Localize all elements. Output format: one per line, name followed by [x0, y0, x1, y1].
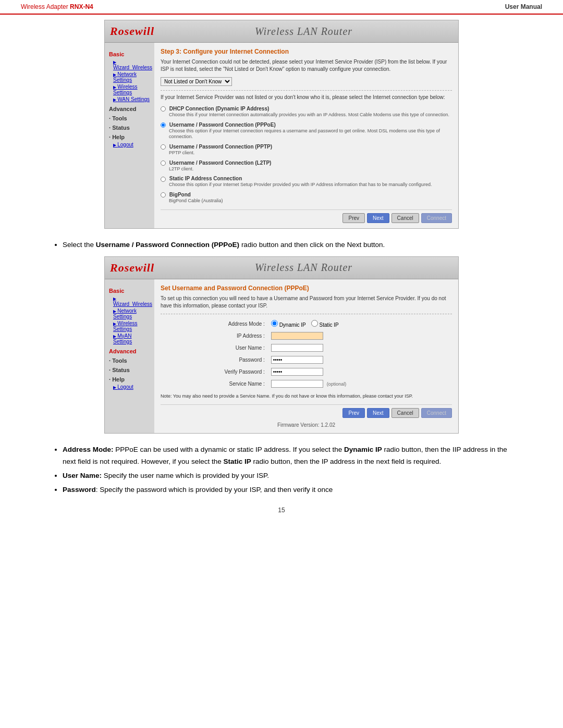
bullet-item-password: Password: Specify the password which is … [63, 484, 521, 496]
bullet-section-1: Select the Username / Password Connectio… [52, 239, 521, 251]
sidebar2-tools-label: · Tools [109, 357, 150, 364]
radio-static[interactable] [161, 177, 166, 182]
router-body-2: Basic Wizard_Wireless Network Settings W… [105, 279, 458, 434]
bigpond-desc: BigPond Cable (Australia) [161, 198, 452, 204]
next-button-2[interactable]: Next [367, 408, 389, 418]
step-desc-2: To set up this connection you will need … [161, 295, 452, 310]
router-sidebar-2: Basic Wizard_Wireless Network Settings W… [105, 279, 154, 434]
radio-pptp[interactable] [161, 144, 166, 150]
note-text: Note: You may also need to provide a Ser… [161, 393, 452, 400]
separator-1 [161, 90, 452, 91]
sidebar-tools-label: · Tools [109, 115, 150, 121]
radio-static-ip[interactable] [311, 320, 318, 327]
bullet-item-address-mode: Address Mode: PPPoE can be used with a d… [63, 444, 521, 468]
username-cell [269, 342, 407, 353]
step-title-1: Step 3: Configure your Internet Connecti… [161, 48, 452, 55]
password-row: Password : [205, 354, 407, 365]
sidebar2-item-network[interactable]: Network Settings [109, 307, 150, 320]
option-pppoe: Username / Password Connection (PPPoE) C… [161, 120, 452, 140]
router-frame-1: Rosewill Wireless LAN Router Basic Wizar… [104, 20, 459, 229]
page-number: 15 [0, 507, 563, 514]
radio-dhcp[interactable] [161, 106, 166, 112]
sidebar2-help-label: · Help [109, 376, 150, 382]
password-cell [269, 354, 407, 365]
button-row-2: Prev Next Cancel Connect [161, 404, 452, 418]
sidebar-advanced-label: Advanced [109, 106, 150, 112]
router-logo-1: Rosewill [110, 24, 154, 38]
radio-dynamic-ip[interactable] [271, 320, 278, 327]
address-mode-value: Dynamic IP Static IP [269, 318, 407, 329]
router-sidebar-1: Basic Wizard_Wireless Network Settings W… [105, 43, 154, 228]
prev-button-2[interactable]: Prev [342, 408, 365, 418]
pptp-desc: PPTP client. [161, 150, 452, 156]
sidebar2-status-label: · Status [109, 367, 150, 373]
ip-address-cell [269, 330, 407, 341]
separator-2 [161, 314, 452, 314]
router-banner-1: Wireless LAN Router [154, 26, 453, 38]
ip-address-row: IP Address : [205, 330, 407, 341]
prev-button-1[interactable]: Prev [342, 213, 365, 223]
router-body-1: Basic Wizard_Wireless Network Settings W… [105, 43, 458, 228]
cancel-button-2[interactable]: Cancel [391, 408, 419, 418]
address-mode-radio-group: Dynamic IP Static IP [271, 320, 405, 328]
firmware-version: Firmware Version: 1.2.02 [161, 422, 452, 428]
header-model: RNX-N4 [70, 3, 93, 10]
header-brand: Wireless Adapter [21, 3, 70, 10]
option-dhcp: DHCP Connection (Dynamic IP Address) Cho… [161, 104, 452, 118]
service-name-row: Service Name : (optional) [205, 378, 407, 389]
sidebar2-item-myan[interactable]: MyAN Settings [109, 332, 150, 345]
ip-address-input[interactable] [271, 332, 323, 340]
sidebar-item-wireless[interactable]: Wireless Settings [109, 83, 150, 96]
verify-password-cell [269, 366, 407, 377]
next-button-1[interactable]: Next [367, 213, 389, 223]
address-mode-row: Address Mode : Dynamic IP Static IP [205, 318, 407, 329]
static-ip-label: Static IP [311, 320, 339, 328]
cancel-button-1[interactable]: Cancel [391, 213, 419, 223]
username-row: User Name : [205, 342, 407, 353]
dynamic-ip-label: Dynamic IP [271, 320, 306, 328]
service-name-cell: (optional) [269, 378, 407, 389]
radio-bigpond[interactable] [161, 192, 166, 198]
verify-password-row: Verify Password : [205, 366, 407, 377]
password-label: Password : [205, 354, 268, 365]
header-left: Wireless Adapter RNX-N4 [21, 3, 93, 10]
radio-l2tp[interactable] [161, 161, 166, 166]
header-right: User Manual [505, 3, 542, 10]
password-input[interactable] [271, 356, 323, 364]
bullet-item-username: User Name: Specify the user name which i… [63, 470, 521, 482]
dhcp-desc: Choose this if your Internet connection … [161, 112, 452, 118]
sidebar2-logout[interactable]: Logout [109, 384, 150, 390]
username-label: User Name : [205, 342, 268, 353]
sidebar-item-wizard-wireless[interactable]: Wizard_Wireless [109, 58, 150, 71]
connect-button-2[interactable]: Connect [421, 408, 452, 418]
connect-button-1[interactable]: Connect [421, 213, 452, 223]
router-logo-2: Rosewill [110, 261, 154, 275]
sidebar-status-label: · Status [109, 125, 150, 131]
option-bigpond: BigPond BigPond Cable (Australia) [161, 190, 452, 204]
option-pptp: Username / Password Connection (PPTP) PP… [161, 142, 452, 156]
router-header-1: Rosewill Wireless LAN Router [105, 20, 458, 43]
sidebar2-item-wireless[interactable]: Wireless Settings [109, 320, 150, 332]
static-desc: Choose this option if your Internet Setu… [161, 182, 452, 188]
sidebar-item-wan[interactable]: WAN Settings [109, 96, 150, 103]
sidebar-logout[interactable]: Logout [109, 141, 150, 148]
bullet-section-2: Address Mode: PPPoE can be used with a d… [52, 444, 521, 496]
router-frame-2: Rosewill Wireless LAN Router Basic Wizar… [104, 256, 459, 434]
step-title-2: Set Username and Password Connection (PP… [161, 285, 452, 292]
page-header: Wireless Adapter RNX-N4 User Manual [0, 0, 563, 15]
step-desc-1: Your Internet Connection could not be de… [161, 58, 452, 73]
isp-dropdown[interactable]: Not Listed or Don't Know Other [161, 77, 232, 86]
sidebar2-item-wizard[interactable]: Wizard_Wireless [109, 295, 150, 307]
option-static: Static IP Address Connection Choose this… [161, 174, 452, 188]
option-l2tp: Username / Password Connection (L2TP) L2… [161, 158, 452, 172]
sidebar-help-label: · Help [109, 134, 150, 140]
username-input[interactable] [271, 344, 323, 352]
radio-pppoe[interactable] [161, 122, 166, 128]
isp-dropdown-row: Not Listed or Don't Know Other [161, 77, 452, 86]
verify-password-input[interactable] [271, 368, 323, 376]
pppoe-form-table: Address Mode : Dynamic IP Static IP [204, 317, 408, 390]
sidebar-basic-label: Basic [109, 51, 150, 57]
sidebar-item-network[interactable]: Network Settings [109, 71, 150, 83]
verify-password-label: Verify Password : [205, 366, 268, 377]
service-name-input[interactable] [271, 380, 323, 388]
